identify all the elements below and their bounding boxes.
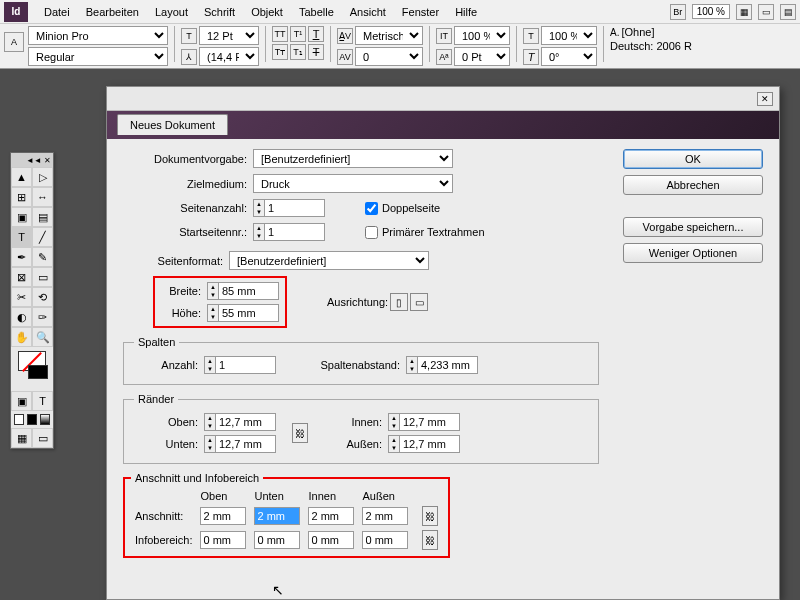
breite-input[interactable]: [219, 282, 279, 300]
spaltenabstand-spinner[interactable]: ▲▼: [406, 356, 478, 374]
eyedropper-tool[interactable]: ✑: [32, 307, 53, 327]
page-tool[interactable]: ⊞: [11, 187, 32, 207]
menu-datei[interactable]: Datei: [36, 6, 78, 18]
char-formats-icon[interactable]: A: [4, 32, 24, 52]
hoehe-input[interactable]: [219, 304, 279, 322]
rand-oben-spinner[interactable]: ▲▼: [204, 413, 276, 431]
menu-schrift[interactable]: Schrift: [196, 6, 243, 18]
orientation-portrait-button[interactable]: ▯: [390, 293, 408, 311]
char-style-value[interactable]: [Ohne]: [621, 26, 654, 38]
view-icon[interactable]: ▦: [736, 4, 752, 20]
zoom-field[interactable]: 100 %: [692, 4, 730, 19]
line-tool[interactable]: ╱: [32, 227, 53, 247]
gap-tool[interactable]: ↔: [32, 187, 53, 207]
menu-objekt[interactable]: Objekt: [243, 6, 291, 18]
rand-innen-spinner[interactable]: ▲▼: [388, 413, 460, 431]
hand-tool[interactable]: ✋: [11, 327, 32, 347]
menu-hilfe[interactable]: Hilfe: [447, 6, 485, 18]
abbrechen-button[interactable]: Abbrechen: [623, 175, 763, 195]
caps-icon[interactable]: TT: [272, 26, 288, 42]
kerning-select[interactable]: Metrisch: [355, 26, 423, 45]
startseitennr-spinner[interactable]: ▲▼: [253, 223, 325, 241]
smallcaps-icon[interactable]: Tᴛ: [272, 44, 288, 60]
infobereich-aussen-input[interactable]: [362, 531, 408, 549]
pen-tool[interactable]: ✒: [11, 247, 32, 267]
apply-none-icon[interactable]: [14, 414, 24, 425]
apply-gradient-icon[interactable]: [40, 414, 50, 425]
menu-bearbeiten[interactable]: Bearbeiten: [78, 6, 147, 18]
content-placer-tool[interactable]: ▤: [32, 207, 53, 227]
view-mode-normal[interactable]: ▦: [11, 428, 32, 448]
raender-chain-button[interactable]: ⛓: [292, 423, 308, 443]
bridge-icon[interactable]: Br: [670, 4, 686, 20]
startseitennr-input[interactable]: [265, 223, 325, 241]
menu-layout[interactable]: Layout: [147, 6, 196, 18]
super-icon[interactable]: T¹: [290, 26, 306, 42]
zielmedium-select[interactable]: Druck: [253, 174, 453, 193]
seitenanzahl-input[interactable]: [265, 199, 325, 217]
dialog-titlebar[interactable]: ✕: [107, 87, 779, 111]
stroke-swatch[interactable]: [28, 365, 48, 379]
weniger-optionen-button[interactable]: Weniger Optionen: [623, 243, 763, 263]
rectangle-frame-tool[interactable]: ⊠: [11, 267, 32, 287]
sub-icon[interactable]: T₁: [290, 44, 306, 60]
font-style-select[interactable]: Regular: [28, 47, 168, 66]
leading-select[interactable]: (14,4 Pt): [199, 47, 259, 66]
seitenformat-select[interactable]: [Benutzerdefiniert]: [229, 251, 429, 270]
anschnitt-oben-input[interactable]: [200, 507, 246, 525]
view-mode-preview[interactable]: ▭: [32, 428, 53, 448]
breite-spinner[interactable]: ▲▼: [207, 282, 279, 300]
type-tool[interactable]: T: [11, 227, 32, 247]
tools-header[interactable]: ◄◄ ✕: [11, 153, 53, 167]
direct-selection-tool[interactable]: ▷: [32, 167, 53, 187]
dialog-close-button[interactable]: ✕: [757, 92, 773, 106]
lang-value[interactable]: Deutsch: 2006 R: [610, 40, 692, 52]
content-collector-tool[interactable]: ▣: [11, 207, 32, 227]
strike-icon[interactable]: T: [308, 44, 324, 60]
rand-unten-spinner[interactable]: ▲▼: [204, 435, 276, 453]
spalten-anzahl-input[interactable]: [216, 356, 276, 374]
hoehe-spinner[interactable]: ▲▼: [207, 304, 279, 322]
pencil-tool[interactable]: ✎: [32, 247, 53, 267]
spalten-anzahl-spinner[interactable]: ▲▼: [204, 356, 276, 374]
anschnitt-chain-button[interactable]: ⛓: [422, 506, 438, 526]
rectangle-tool[interactable]: ▭: [32, 267, 53, 287]
menu-ansicht[interactable]: Ansicht: [342, 6, 394, 18]
anschnitt-innen-input[interactable]: [308, 507, 354, 525]
anschnitt-aussen-input[interactable]: [362, 507, 408, 525]
hscale-select[interactable]: 100 %: [541, 26, 597, 45]
underline-icon[interactable]: T: [308, 26, 324, 42]
free-transform-tool[interactable]: ⟲: [32, 287, 53, 307]
arrange-icon[interactable]: ▤: [780, 4, 796, 20]
screen-icon[interactable]: ▭: [758, 4, 774, 20]
font-size-select[interactable]: 12 Pt: [199, 26, 259, 45]
font-family-select[interactable]: Minion Pro: [28, 26, 168, 45]
scissors-tool[interactable]: ✂: [11, 287, 32, 307]
menu-tabelle[interactable]: Tabelle: [291, 6, 342, 18]
skew-select[interactable]: 0°: [541, 47, 597, 66]
vorgabe-speichern-button[interactable]: Vorgabe speichern...: [623, 217, 763, 237]
tracking-select[interactable]: 0: [355, 47, 423, 66]
formatting-container-tool[interactable]: ▣: [11, 391, 32, 411]
rand-aussen-spinner[interactable]: ▲▼: [388, 435, 460, 453]
primaerer-textrahmen-checkbox[interactable]: [365, 226, 378, 239]
infobereich-unten-input[interactable]: [254, 531, 300, 549]
rand-oben-input[interactable]: [216, 413, 276, 431]
infobereich-innen-input[interactable]: [308, 531, 354, 549]
ok-button[interactable]: OK: [623, 149, 763, 169]
gradient-swatch-tool[interactable]: ◐: [11, 307, 32, 327]
selection-tool[interactable]: ▲: [11, 167, 32, 187]
baseline-select[interactable]: 0 Pt: [454, 47, 510, 66]
infobereich-oben-input[interactable]: [200, 531, 246, 549]
doppelseite-checkbox[interactable]: [365, 202, 378, 215]
seitenanzahl-spinner[interactable]: ▲▼: [253, 199, 325, 217]
vscale-select[interactable]: 100 %: [454, 26, 510, 45]
dokumentvorgabe-select[interactable]: [Benutzerdefiniert]: [253, 149, 453, 168]
apply-color-icon[interactable]: [27, 414, 37, 425]
zoom-tool[interactable]: 🔍: [32, 327, 53, 347]
rand-aussen-input[interactable]: [400, 435, 460, 453]
rand-unten-input[interactable]: [216, 435, 276, 453]
menu-fenster[interactable]: Fenster: [394, 6, 447, 18]
spaltenabstand-input[interactable]: [418, 356, 478, 374]
infobereich-chain-button[interactable]: ⛓: [422, 530, 438, 550]
